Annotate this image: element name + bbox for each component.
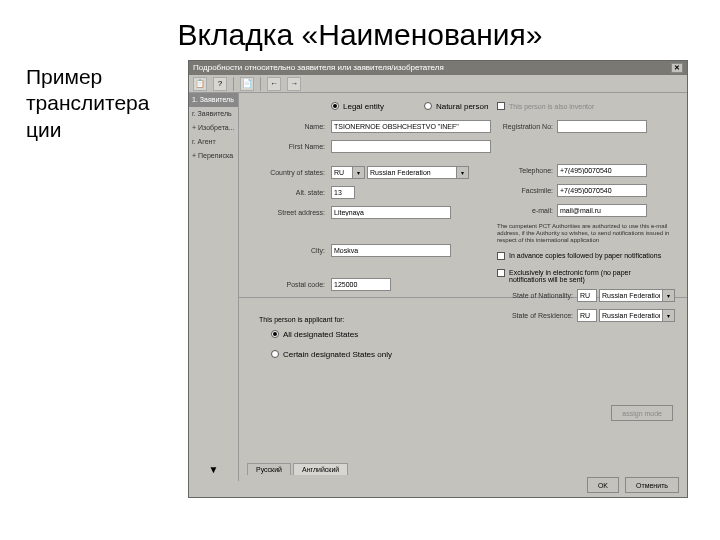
altstate-label: Alt. state: [247,189,331,196]
label-natural-person: Natural person [436,102,488,111]
sidebar-item-applicant2[interactable]: г. Заявитель [189,107,238,121]
fax-label: Facsimile: [497,187,557,194]
window-title: Подробности относительно заявителя или з… [193,61,444,75]
name-label: Name: [247,123,331,130]
residence-code[interactable] [577,309,597,322]
nationality-name[interactable] [599,289,663,302]
dialog-window: Подробности относительно заявителя или з… [188,60,688,498]
radio-legal-entity[interactable] [331,102,339,110]
exclusive-label: Exclusively in electronic form (no paper… [509,269,669,283]
prev-icon[interactable]: ← [267,77,281,91]
chevron-down-icon[interactable]: ▾ [663,309,675,322]
tab-russian[interactable]: Русский [247,463,291,475]
info-text: The competent PCT Authorities are author… [497,223,677,245]
fax-field[interactable] [557,184,647,197]
country-name-field[interactable] [367,166,457,179]
altstate-field[interactable] [331,186,355,199]
next-icon[interactable]: → [287,77,301,91]
tel-field[interactable] [557,164,647,177]
radio-natural-person[interactable] [424,102,432,110]
help-icon[interactable]: ? [213,77,227,91]
right-column: This person is also inventor Registratio… [497,99,677,329]
country-code-field[interactable] [331,166,353,179]
sidebar-item-applicant[interactable]: 1. Заявитель [189,93,238,107]
residence-name[interactable] [599,309,663,322]
advance-label: In advance copies followed by paper noti… [509,252,661,259]
sidebar-item-inventor[interactable]: + Изобрета... [189,121,238,135]
slide-title: Вкладка «Наименования» [0,0,720,60]
firstname-label: First Name: [247,143,331,150]
nationality-label: State of Nationality: [497,292,577,299]
sidebar: 1. Заявитель г. Заявитель + Изобрета... … [189,93,239,481]
radio-certain-states[interactable] [271,350,279,358]
street-label: Street address: [247,209,331,216]
radio-all-states[interactable] [271,330,279,338]
residence-label: State of Residence: [497,312,577,319]
separator [233,77,234,91]
firstname-field[interactable] [331,140,491,153]
language-tabs: Русский Английский [247,463,350,475]
city-label: City: [247,247,331,254]
doc-icon[interactable]: 📄 [240,77,254,91]
email-field[interactable] [557,204,647,217]
cancel-button[interactable]: Отменить [625,477,679,493]
inventor-checkbox[interactable] [497,102,505,110]
tab-english[interactable]: Английский [293,463,348,475]
all-states-label: All designated States [283,330,358,339]
assign-mode-button[interactable]: assign mode [611,405,673,421]
side-caption: Пример транслитера ции [26,60,188,498]
tel-label: Telephone: [497,167,557,174]
email-label: e-mail: [497,207,557,214]
regno-field[interactable] [557,120,647,133]
separator [260,77,261,91]
exclusive-checkbox[interactable] [497,269,505,277]
postal-field[interactable] [331,278,391,291]
chevron-down-icon[interactable]: ▾ [353,166,365,179]
nationality-code[interactable] [577,289,597,302]
advance-checkbox[interactable] [497,252,505,260]
name-field[interactable] [331,120,491,133]
street-field[interactable] [331,206,451,219]
certain-states-label: Certain designated States only [283,350,392,359]
copy-icon[interactable]: 📋 [193,77,207,91]
close-icon[interactable]: ✕ [671,63,683,73]
sidebar-item-agent[interactable]: г. Агент [189,135,238,149]
chevron-down-icon[interactable]: ▾ [663,289,675,302]
chevron-down-icon[interactable]: ▼ [189,458,238,481]
label-legal-entity: Legal entity [343,102,384,111]
form-panel: Legal entity Natural person Name: First … [239,93,687,481]
titlebar: Подробности относительно заявителя или з… [189,61,687,75]
sidebar-item-correspondence[interactable]: + Переписка [189,149,238,163]
toolbar: 📋 ? 📄 ← → [189,75,687,93]
postal-label: Postal code: [247,281,331,288]
chevron-down-icon[interactable]: ▾ [457,166,469,179]
city-field[interactable] [331,244,451,257]
inventor-label: This person is also inventor [509,103,594,110]
country-label: Country of states: [247,169,331,176]
ok-button[interactable]: OK [587,477,619,493]
regno-label: Registration No: [497,123,557,130]
